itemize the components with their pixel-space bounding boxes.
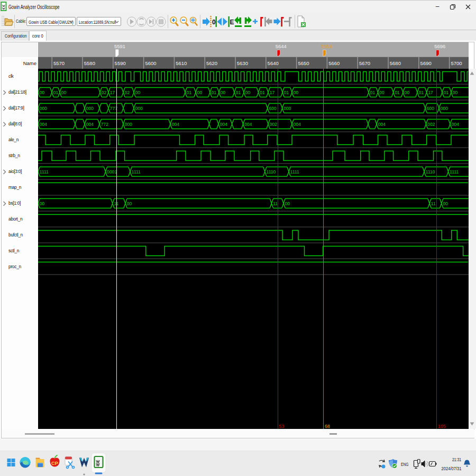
svg-text:5600: 5600 [145, 60, 156, 66]
svg-text:5680: 5680 [390, 60, 401, 66]
svg-text:53: 53 [279, 424, 284, 429]
svg-text:1111: 1111 [132, 169, 141, 175]
svg-text:004: 004 [294, 122, 301, 127]
svg-text:004: 004 [220, 122, 227, 127]
svg-text:5570: 5570 [53, 60, 65, 66]
svg-text:01: 01 [53, 90, 59, 95]
svg-text:002: 002 [427, 122, 435, 127]
svg-text:004: 004 [452, 122, 459, 127]
svg-text:00: 00 [443, 201, 448, 206]
svg-text:105: 105 [438, 424, 446, 429]
svg-text:004: 004 [86, 122, 94, 127]
svg-text:02: 02 [102, 90, 107, 95]
svg-text:2024/07/31: 2024/07/31 [442, 465, 462, 471]
svg-text:E: E [230, 19, 234, 26]
svg-text:00: 00 [221, 90, 226, 95]
svg-text:5610: 5610 [176, 60, 187, 66]
svg-text:004: 004 [378, 122, 386, 127]
svg-text:0: 0 [212, 19, 216, 26]
svg-text:772: 772 [101, 122, 108, 127]
svg-text:21:31: 21:31 [452, 456, 461, 462]
svg-text:5650: 5650 [298, 60, 309, 66]
svg-text:004: 004 [244, 122, 252, 127]
svg-text:17: 17 [428, 90, 433, 95]
svg-text:11: 11 [431, 201, 436, 206]
svg-text:01: 01 [187, 90, 192, 95]
svg-text:1111: 1111 [290, 169, 299, 175]
svg-text:00: 00 [294, 90, 299, 95]
svg-text:1111: 1111 [40, 169, 49, 175]
svg-text:02: 02 [125, 90, 130, 95]
svg-text:00: 00 [405, 90, 410, 95]
svg-text:5580: 5580 [84, 60, 95, 66]
svg-text:600: 600 [269, 106, 277, 111]
svg-text:00: 00 [285, 201, 290, 206]
svg-text:000: 000 [135, 106, 143, 111]
svg-text:5644: 5644 [276, 43, 287, 49]
svg-text:01: 01 [236, 90, 241, 95]
svg-text:5590: 5590 [115, 60, 126, 66]
svg-text:1111: 1111 [450, 169, 459, 175]
svg-text:0001: 0001 [107, 169, 117, 175]
svg-text:01: 01 [284, 90, 289, 95]
svg-text:01: 01 [444, 90, 449, 95]
svg-text:000: 000 [125, 122, 132, 127]
svg-text:000: 000 [86, 106, 94, 111]
svg-text:00: 00 [61, 90, 67, 95]
svg-text:004: 004 [40, 122, 47, 127]
svg-text:ENG: ENG [401, 461, 409, 467]
svg-text:000: 000 [441, 106, 448, 111]
svg-text:5700: 5700 [451, 60, 462, 66]
svg-text:00: 00 [197, 90, 203, 95]
svg-text:17: 17 [270, 90, 275, 95]
svg-text:01: 01 [212, 90, 217, 95]
svg-text:00: 00 [379, 90, 385, 95]
svg-text:00: 00 [135, 90, 141, 95]
svg-text:1110: 1110 [267, 169, 276, 175]
svg-text:5640: 5640 [268, 60, 279, 66]
svg-text:CP: CP [51, 460, 59, 466]
svg-text:68: 68 [325, 424, 330, 429]
svg-text:5630: 5630 [237, 60, 248, 66]
svg-text:1110: 1110 [426, 169, 435, 175]
svg-text:00: 00 [245, 90, 251, 95]
svg-text:5620: 5620 [206, 60, 217, 66]
svg-text:00: 00 [40, 201, 45, 206]
svg-text:00: 00 [453, 90, 458, 95]
svg-text:5670: 5670 [359, 60, 370, 66]
svg-text:5696: 5696 [434, 43, 445, 49]
svg-text:01: 01 [395, 90, 400, 95]
svg-text:5591: 5591 [114, 43, 125, 49]
svg-text:01: 01 [260, 90, 265, 95]
svg-text:01: 01 [419, 90, 424, 95]
svg-text:5659: 5659 [321, 43, 332, 49]
svg-text:000: 000 [40, 106, 47, 111]
svg-text:00: 00 [127, 201, 132, 206]
svg-text:17: 17 [110, 90, 115, 95]
svg-text:01: 01 [370, 90, 376, 95]
svg-text:002: 002 [270, 122, 277, 127]
svg-text:5660: 5660 [328, 60, 340, 66]
svg-text:11: 11 [273, 201, 278, 206]
svg-text:000: 000 [283, 106, 291, 111]
svg-text:004: 004 [172, 122, 179, 127]
svg-text:5690: 5690 [420, 60, 432, 66]
svg-text:00: 00 [40, 90, 45, 95]
svg-text:600: 600 [427, 106, 434, 111]
